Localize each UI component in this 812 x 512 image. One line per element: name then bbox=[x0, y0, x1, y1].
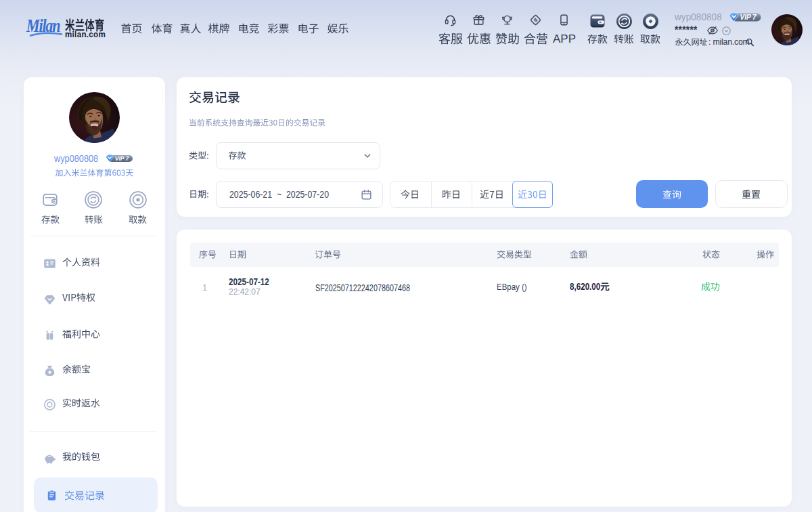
svg-text:VIP 7: VIP 7 bbox=[115, 155, 130, 162]
svg-text:VIP 7: VIP 7 bbox=[740, 14, 757, 21]
